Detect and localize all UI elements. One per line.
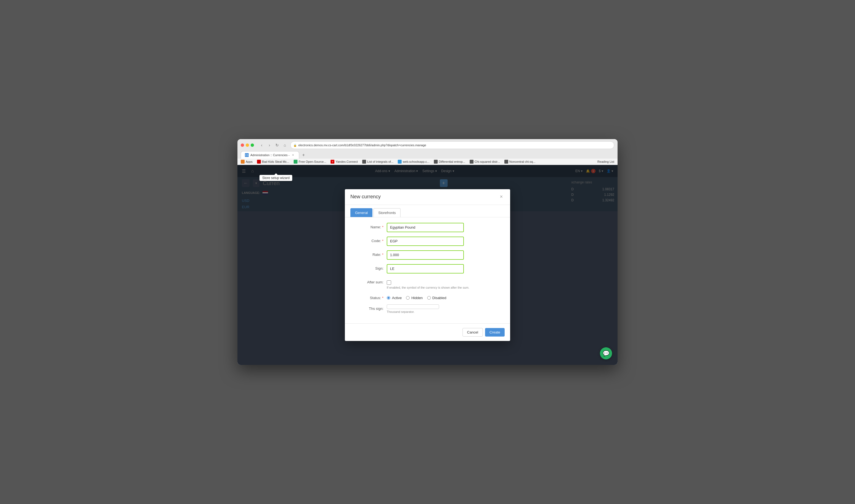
create-button[interactable]: Create [485,328,505,337]
code-required-star: * [382,239,384,243]
bookmark-yandex[interactable]: Y Yandex.Connect [331,160,358,164]
bookmark-chi[interactable]: Chi-squared distr... [470,160,500,164]
integrals-bookmark-icon [362,160,366,164]
code-input[interactable] [387,237,464,246]
browser-window: ‹ › ↻ ⌂ 🔒 electronics.demos.mv.cs-cart.c… [237,139,618,365]
after-sum-hint: If enabled, the symbol of the currency i… [387,286,469,289]
cancel-button[interactable]: Cancel [462,328,483,337]
home-button[interactable]: ⌂ [282,142,288,148]
badkids-bookmark-icon [257,160,261,164]
bookmark-opensource[interactable]: Free Open-Source... [293,160,326,164]
status-hidden-option[interactable]: Hidden [406,296,423,300]
after-sum-label: After sum: [350,278,384,284]
bookmark-integrals[interactable]: List of integrals of... [362,160,393,164]
bookmark-differential[interactable]: Differential entrop... [434,160,465,164]
code-label: Code: * [350,237,384,243]
nav-buttons: ‹ › ↻ ⌂ [259,142,288,148]
bookmark-chi-label: Chi-squared distr... [475,160,500,163]
apps-bookmark-icon [241,160,245,164]
bookmark-readinglist[interactable]: Reading List [598,160,614,163]
bookmark-badkids-label: Bad Kids Steal Mc... [262,160,289,163]
browser-chrome: ‹ › ↻ ⌂ 🔒 electronics.demos.mv.cs-cart.c… [237,139,618,159]
opensource-bookmark-icon [293,160,298,164]
name-label: Name: * [350,223,384,229]
browser-tab-active[interactable]: CS Administration :: Currencies - ✕ [241,151,299,159]
ths-sign-field: Thousand separator. [387,304,439,313]
status-radio-group: Active Hidden Disabled [387,293,446,300]
form-row-after-sum: After sum: If enabled, the symbol of the… [350,278,505,289]
form-row-sign: Sign: [350,264,505,273]
noncentral-bookmark-icon [504,160,508,164]
rate-label: Rate: * [350,250,384,257]
bookmark-differential-label: Differential entrop... [439,160,465,163]
tab-title: Administration :: Currencies - [250,154,289,157]
page-content: ☰ ⌂ Store setup wizard Add-ons ▾ Adminis… [237,165,618,365]
bookmark-noncentral[interactable]: Noncentral chi-sq... [504,160,535,164]
tab-close-icon[interactable]: ✕ [291,153,295,157]
after-sum-field: If enabled, the symbol of the currency i… [387,278,469,289]
bookmark-readinglist-label: Reading List [598,160,614,163]
minimize-window-button[interactable] [246,143,249,147]
ths-sign-label: Ths sign: [350,304,384,311]
status-disabled-radio[interactable] [427,296,431,300]
close-window-button[interactable] [241,143,244,147]
status-active-radio[interactable] [387,296,390,300]
rate-required-star: * [382,253,384,257]
bookmark-integrals-label: List of integrals of... [367,160,393,163]
form-row-code: Code: * [350,237,505,246]
status-disabled-label: Disabled [432,296,446,300]
status-hidden-radio[interactable] [406,296,410,300]
ths-sign-input[interactable] [387,304,439,309]
tab-storefronts-label: Storefronts [378,211,396,215]
name-input[interactable] [387,223,464,232]
traffic-lights [241,143,254,147]
browser-controls: ‹ › ↻ ⌂ 🔒 electronics.demos.mv.cs-cart.c… [241,141,614,149]
tab-favicon: CS [245,153,249,157]
lock-icon: 🔒 [293,144,297,147]
bookmark-schoolx[interactable]: web.schoolxapp.c... [398,160,429,164]
bookmark-noncentral-label: Noncentral chi-sq... [509,160,535,163]
status-hidden-label: Hidden [411,296,423,300]
bookmark-badkids[interactable]: Bad Kids Steal Mc... [257,160,289,164]
modal-overlay[interactable]: New currency × General Storefronts [237,165,618,365]
status-label: Status: * [350,293,384,300]
bookmark-apps-label: Apps [246,160,253,163]
modal-body: Name: * Code: * [345,217,510,323]
tabs-bar: CS Administration :: Currencies - ✕ + [241,151,614,159]
bookmark-yandex-label: Yandex.Connect [336,160,358,163]
status-active-label: Active [392,296,402,300]
store-setup-tooltip[interactable]: Store setup wizard [260,175,292,181]
yandex-bookmark-icon: Y [331,160,334,164]
sign-input[interactable] [387,264,464,273]
bookmark-opensource-label: Free Open-Source... [299,160,326,163]
bookmark-apps[interactable]: Apps [241,160,253,164]
tab-storefronts[interactable]: Storefronts [374,208,400,217]
modal-tabs: General Storefronts [345,205,510,217]
status-disabled-option[interactable]: Disabled [427,296,446,300]
bookmark-schoolx-label: web.schoolxapp.c... [403,160,429,163]
sign-label: Sign: [350,264,384,270]
back-button[interactable]: ‹ [259,142,265,148]
chi-bookmark-icon [470,160,474,164]
after-sum-checkbox[interactable] [387,281,391,285]
maximize-window-button[interactable] [251,143,254,147]
new-currency-modal: New currency × General Storefronts [345,189,510,341]
tab-general-label: General [355,211,368,215]
status-active-option[interactable]: Active [387,296,402,300]
new-tab-button[interactable]: + [300,152,307,158]
chat-button[interactable]: 💬 [600,347,612,359]
tab-general[interactable]: General [350,208,372,217]
store-setup-label: Store setup wizard [262,176,289,180]
url-text: electronics.demos.mv.cs-cart.com/b1df3c0… [298,143,426,147]
forward-button[interactable]: › [266,142,273,148]
modal-header: New currency × [345,189,510,205]
modal-footer: Cancel Create [345,323,510,341]
status-required-star: * [382,296,384,300]
address-bar[interactable]: 🔒 electronics.demos.mv.cs-cart.com/b1df3… [290,141,614,149]
modal-close-button[interactable]: × [498,194,505,200]
chat-icon: 💬 [603,350,609,357]
form-row-rate: Rate: * [350,250,505,260]
bookmarks-bar: Apps Bad Kids Steal Mc... Free Open-Sour… [237,159,618,165]
rate-input[interactable] [387,250,464,260]
refresh-button[interactable]: ↻ [274,142,280,148]
